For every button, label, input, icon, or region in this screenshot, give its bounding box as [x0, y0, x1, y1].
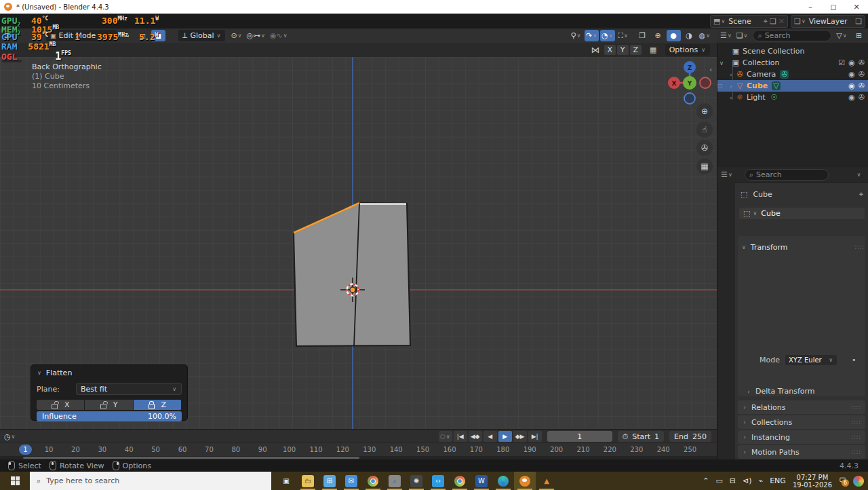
taskbar-app-chrome[interactable] [362, 472, 384, 490]
pivot-point-icon[interactable]: ⊙∨ [229, 30, 243, 41]
taskbar-app-task-view[interactable]: ▣ [275, 472, 297, 490]
outliner-row-collection[interactable]: ∨ ▣ Collection ☑ ◉ ✇ [717, 57, 868, 69]
pin-icon[interactable]: ⌖ [859, 190, 863, 199]
render-visibility-icon[interactable]: ✇ [859, 93, 865, 102]
display-mode-icon[interactable]: ☰∨ [719, 30, 734, 41]
sidebar-collapse-icon[interactable]: ‹ [709, 65, 712, 74]
filter-type-icon[interactable]: ❏∨ [735, 30, 750, 41]
outliner-search[interactable]: ⌕ Search [753, 30, 831, 41]
taskbar-app-word[interactable]: W [471, 472, 492, 490]
taskbar-app-chrome-profile[interactable] [449, 472, 471, 490]
viewlayer-selector[interactable]: ❏∨ ViewLayer ❏ [791, 15, 865, 28]
auto-keyframe-icon[interactable]: ○∨ [439, 431, 452, 442]
properties-options-icon[interactable]: ∨ [852, 169, 866, 181]
axis-z-button[interactable]: Z [134, 400, 181, 410]
current-frame-field[interactable]: 1 [547, 431, 612, 442]
taskbar-app-media-app[interactable]: ✺ [406, 472, 427, 490]
prev-keyframe-button[interactable]: ◀◆ [469, 431, 482, 442]
mirror-y-button[interactable]: Y [617, 45, 629, 55]
minimize-button[interactable]: – [799, 0, 822, 14]
timeline-editor-icon[interactable]: ◷∨ [3, 431, 17, 442]
play-reverse-button[interactable]: ◀ [484, 431, 497, 442]
tray-network-icon[interactable]: ⊟ [730, 476, 736, 485]
mirror-x-button[interactable]: X [604, 45, 616, 55]
render-visibility-icon[interactable]: ✇ [859, 58, 865, 67]
render-visibility-icon[interactable]: ✇ [859, 70, 865, 79]
properties-editor-icon[interactable]: ☰∨ [719, 169, 734, 181]
eye-icon[interactable]: ◉ [848, 70, 855, 79]
start-button[interactable] [0, 472, 30, 490]
nav-gizmo[interactable]: Z X Y [666, 59, 713, 107]
tray-expand-icon[interactable]: ⌃ [703, 476, 709, 485]
notifications-icon[interactable]: 🗩6 [839, 476, 846, 485]
language-indicator[interactable]: ENG [770, 476, 786, 485]
filter-icon[interactable]: ▽∨ [835, 30, 849, 41]
taskbar-app-search-app[interactable]: ⌕ [384, 472, 406, 490]
shading-solid-icon[interactable]: ● [667, 30, 681, 41]
light-data-icon[interactable]: ☉ [769, 93, 778, 102]
snap-toggle-icon[interactable]: ◎⊶∨ [245, 30, 267, 41]
taskbar-app-blender[interactable] [514, 472, 536, 490]
taskbar-app-vlc[interactable]: ▲ [536, 472, 557, 490]
ortho-toggle-icon[interactable]: ▦ [696, 158, 713, 174]
camera-view-icon[interactable]: ✇ [696, 140, 713, 156]
snap-icon[interactable]: ↷∨ [585, 30, 599, 41]
next-keyframe-button[interactable]: ◆▶ [513, 431, 527, 442]
plane-dropdown[interactable]: Best fit∨ [76, 383, 182, 395]
shading-rendered-icon[interactable]: ◍∨ [698, 30, 712, 41]
section-motion-paths[interactable]: ›Motion Paths:::: [738, 445, 865, 459]
collapse-icon[interactable]: ∨ [37, 370, 41, 376]
maximize-button[interactable]: ◻ [822, 0, 845, 14]
properties-search[interactable]: ⌕ Search [745, 169, 829, 181]
jump-to-end-button[interactable]: ▶| [528, 431, 542, 442]
checkbox-icon[interactable]: ☑ [838, 58, 845, 67]
pin-icon[interactable]: ⌖ [764, 17, 768, 26]
transform-pivot-icon[interactable]: ⛶∨ [616, 30, 631, 41]
proportional-falloff-icon[interactable]: ◉∿∨ [269, 30, 290, 41]
outliner-row-scene-collection[interactable]: ▣ Scene Collection [717, 45, 868, 57]
taskbar-app-file-explorer[interactable]: 🗀 [297, 472, 319, 490]
mesh-data-icon[interactable]: ▽ [772, 81, 780, 90]
orientation-dropdown[interactable]: ⟂ Global∨ [178, 30, 225, 41]
taskbar-search[interactable]: ⌕ Type here to search [30, 472, 271, 490]
section-relations[interactable]: ›Relations:::: [738, 400, 865, 414]
object-name-field[interactable]: ⬚∨ Cube [739, 208, 865, 219]
clock[interactable]: 07:27 PM19-01-2026 [793, 474, 832, 489]
tool-options-dropdown[interactable]: Options∨ [665, 44, 710, 56]
outliner-row-light[interactable]: › ☼ Light ☉ ◉ ✇ [717, 92, 868, 103]
mirror-z-button[interactable]: Z [630, 45, 642, 55]
frame-range[interactable]: ⏱ Start1 [618, 431, 664, 442]
section-collections[interactable]: ›Collections:::: [738, 415, 865, 429]
frame-end[interactable]: End250 [669, 431, 711, 442]
eye-icon[interactable]: ◉ [848, 93, 855, 102]
transform-title[interactable]: Transform [751, 243, 788, 252]
tray-link-icon[interactable]: ⌁ [759, 476, 764, 485]
camera-data-icon[interactable]: ✇ [780, 70, 789, 79]
play-button[interactable]: ▶ [498, 431, 512, 442]
pan-hand-icon[interactable]: ☝ [696, 121, 713, 138]
timeline-ruler[interactable]: 1 10203040506070809010011012013014015016… [0, 442, 717, 457]
current-frame-indicator[interactable]: 1 [19, 445, 32, 455]
close-button[interactable]: ✕ [845, 0, 868, 14]
eye-icon[interactable]: ◉ [848, 81, 855, 90]
zoom-icon[interactable]: ⊕ [696, 103, 713, 119]
overlays-icon[interactable]: ❐ [635, 30, 650, 41]
mirror-icon[interactable]: ⋈ [589, 44, 603, 56]
taskbar-app-store[interactable]: ⊞ [319, 472, 340, 490]
snap-target-icon[interactable]: ◔∨ [600, 30, 614, 41]
steps-icon[interactable]: ▦ [646, 44, 660, 56]
outliner-row-cube[interactable]: ⬚ › ▽ Cube ▽ ◉ ✇ [717, 80, 868, 92]
copy-icon[interactable]: ❏ [770, 17, 776, 26]
axis-x-button[interactable]: X [37, 400, 84, 410]
scene-selector[interactable]: ⬒∨ Scene ⌖ ❏ ✕ [710, 15, 788, 28]
copy-icon[interactable]: ❏ [855, 17, 862, 26]
shading-wireframe-icon[interactable]: ⊕ [651, 30, 665, 41]
spotlight-icon[interactable] [853, 476, 864, 487]
new-collection-icon[interactable]: ⊞ [852, 30, 866, 41]
render-visibility-icon[interactable]: ✇ [859, 81, 865, 90]
section-instancing[interactable]: ›Instancing:::: [738, 430, 865, 444]
rotation-mode-dropdown[interactable]: XYZ Euler∨ [785, 355, 837, 365]
subpanel-delta-transform[interactable]: Delta Transform [755, 387, 815, 396]
tray-volume-icon[interactable]: ⊲) [743, 476, 752, 485]
taskbar-app-mail[interactable]: ✉ [340, 472, 362, 490]
